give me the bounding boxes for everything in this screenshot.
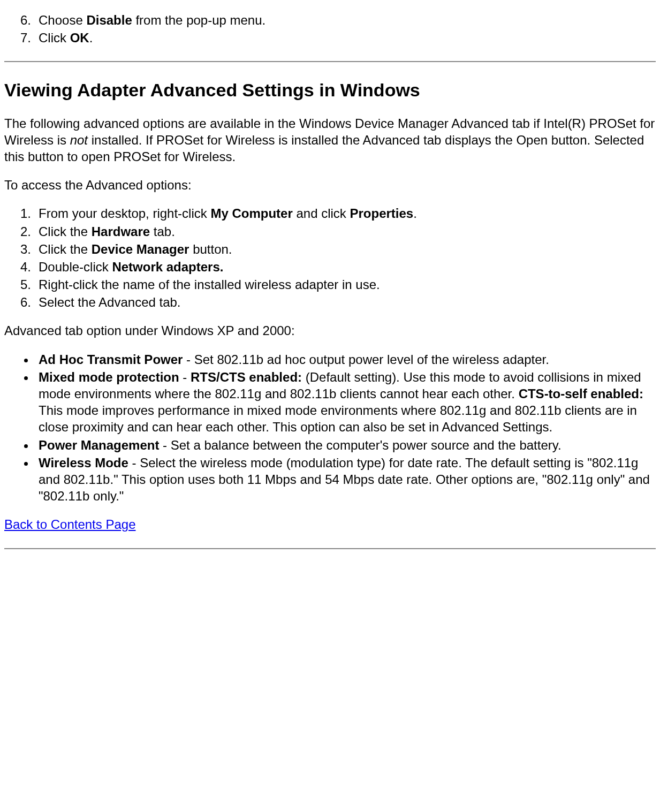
top-ordered-list: Choose Disable from the pop-up menu. Cli… (4, 12, 656, 46)
list-item: Right-click the name of the installed wi… (35, 276, 656, 293)
bold-text: Disable (86, 13, 132, 27)
text: and click (293, 206, 350, 221)
list-item: Click OK. (35, 29, 656, 46)
divider (4, 61, 656, 62)
list-item: Choose Disable from the pop-up menu. (35, 12, 656, 28)
paragraph: The following advanced options are avail… (4, 115, 656, 165)
text: button. (189, 242, 232, 256)
bold-text: My Computer (210, 206, 292, 221)
text: Double-click (39, 260, 112, 274)
text: Click the (39, 224, 92, 239)
text: installed. If PROSet for Wireless is ins… (4, 133, 644, 164)
bold-text: RTS/CTS enabled: (191, 370, 302, 384)
bold-text: Network adapters. (112, 260, 223, 274)
bold-text: Device Manager (92, 242, 189, 256)
list-item: Ad Hoc Transmit Power - Set 802.11b ad h… (35, 351, 656, 368)
bold-text: CTS-to-self enabled: (519, 386, 643, 401)
list-item: Power Management - Set a balance between… (35, 437, 656, 453)
divider (4, 548, 656, 549)
list-item: Click the Hardware tab. (35, 223, 656, 240)
bold-text: Wireless Mode (39, 456, 128, 470)
bold-text: Mixed mode protection (39, 370, 179, 384)
text: from the pop-up menu. (132, 13, 265, 27)
list-item: Mixed mode protection - RTS/CTS enabled:… (35, 369, 656, 436)
list-item: Click the Device Manager button. (35, 241, 656, 257)
text: . (413, 206, 417, 221)
text: - Set 802.11b ad hoc output power level … (183, 352, 549, 367)
text: From your desktop, right-click (39, 206, 210, 221)
italic-text: not (70, 133, 88, 147)
paragraph: To access the Advanced options: (4, 177, 656, 193)
text: - Select the wireless mode (modulation t… (39, 456, 650, 503)
steps-ordered-list: From your desktop, right-click My Comput… (4, 205, 656, 310)
bold-text: Ad Hoc Transmit Power (39, 352, 183, 367)
text: . (89, 31, 93, 45)
options-bullet-list: Ad Hoc Transmit Power - Set 802.11b ad h… (4, 351, 656, 505)
bold-text: OK (70, 31, 89, 45)
bold-text: Properties (350, 206, 413, 221)
text: This mode improves performance in mixed … (39, 403, 637, 434)
back-to-contents-link[interactable]: Back to Contents Page (4, 517, 135, 532)
bold-text: Power Management (39, 438, 159, 452)
list-item: Double-click Network adapters. (35, 259, 656, 275)
back-link-paragraph: Back to Contents Page (4, 516, 656, 533)
list-item: From your desktop, right-click My Comput… (35, 205, 656, 222)
text: Choose (39, 13, 86, 27)
text: - (179, 370, 191, 384)
text: Click the (39, 242, 92, 256)
section-heading: Viewing Adapter Advanced Settings in Win… (4, 78, 656, 102)
list-item: Select the Advanced tab. (35, 294, 656, 310)
text: Click (39, 31, 70, 45)
paragraph: Advanced tab option under Windows XP and… (4, 322, 656, 339)
bold-text: Hardware (92, 224, 150, 239)
text: tab. (150, 224, 175, 239)
list-item: Wireless Mode - Select the wireless mode… (35, 454, 656, 505)
text: - Set a balance between the computer's p… (159, 438, 561, 452)
